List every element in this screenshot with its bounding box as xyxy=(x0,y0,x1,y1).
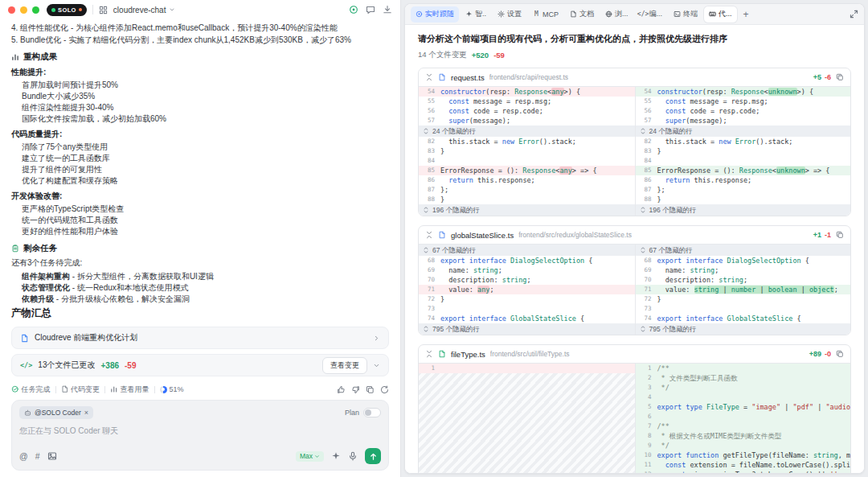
list-item: 依赖升级 - 分批升级核心依赖包，解决安全漏洞 xyxy=(22,294,389,303)
plan-toggle[interactable] xyxy=(363,408,381,417)
mention-icon[interactable]: @ xyxy=(19,451,28,461)
usage-link[interactable]: 查看用量 xyxy=(110,384,149,395)
line-number: 10 xyxy=(636,450,655,460)
diff-body: 54constructor(resp: Response<any>) {54co… xyxy=(419,86,850,216)
code-line: /** xyxy=(655,364,851,373)
hidden-lines-half[interactable]: 196 个隐藏的行 xyxy=(635,204,851,216)
diff-cell: 84 xyxy=(635,156,851,166)
diff-card: request.tsfrontend/src/api/request.ts+5-… xyxy=(418,68,851,216)
hidden-lines-half[interactable]: 24 个隐藏的行 xyxy=(419,125,635,137)
hidden-lines-label: 24 个隐藏的行 xyxy=(432,125,476,137)
list-item: 优化了构建配置和缓存策略 xyxy=(22,175,389,187)
code-line: ErrorResponse = (): Response<unknown> =>… xyxy=(655,166,851,175)
code-line: return this.response; xyxy=(655,175,851,185)
apps-grid-icon[interactable] xyxy=(99,6,108,14)
arrow-up-icon xyxy=(369,452,378,461)
code-line: const mime = mimeType?.toLowerCase() || … xyxy=(655,470,851,473)
mic-icon[interactable] xyxy=(348,451,358,461)
diff-cell: 84 xyxy=(419,156,635,166)
copy-icon[interactable] xyxy=(836,350,844,358)
hidden-lines-half[interactable]: 795 个隐藏的行 xyxy=(635,323,851,335)
thumb-down-icon[interactable] xyxy=(351,385,360,394)
list-item: 建立了统一的工具函数库 xyxy=(22,153,389,164)
max-model-badge[interactable]: Max xyxy=(296,451,324,462)
send-button[interactable] xyxy=(365,448,381,464)
diff-list: request.tsfrontend/src/api/request.ts+5-… xyxy=(418,68,851,473)
refresh-icon[interactable] xyxy=(380,385,389,394)
sparkle-icon xyxy=(465,10,473,18)
hidden-lines-half[interactable]: 67 个隐藏的行 xyxy=(419,245,635,256)
chevron-right-icon xyxy=(373,335,380,342)
bullet-list: 更严格的TypeScript类型检查统一的代码规范和工具函数更好的组件性能和用户… xyxy=(11,204,389,237)
check-circle-icon xyxy=(11,385,19,393)
hash-icon[interactable]: # xyxy=(35,451,40,461)
hidden-lines-half[interactable]: 67 个隐藏的行 xyxy=(635,245,851,256)
diff-cell: 54constructor(resp: Response<unknown>) { xyxy=(635,87,851,97)
added-count: +5 xyxy=(813,73,821,81)
remove-agent-icon[interactable]: × xyxy=(84,409,88,417)
total-removed: -59 xyxy=(493,51,505,60)
diff-counts: +89-0 xyxy=(809,350,831,358)
minimize-window-button[interactable] xyxy=(20,6,27,14)
changes-artifact-card[interactable]: </> 13个文件已更改 +386 -59 查看变更 xyxy=(11,354,389,376)
tab-bar: 实时跟随智..设置MMCP文档浏...</>编...终端代... + xyxy=(405,4,864,25)
tab-9[interactable]: 代... xyxy=(704,6,737,23)
tab-8[interactable]: 终端 xyxy=(669,6,702,23)
section-heading-label: 重构成果 xyxy=(23,51,57,63)
view-changes-button[interactable]: 查看变更 xyxy=(322,357,367,374)
zoom-window-button[interactable] xyxy=(32,6,39,14)
new-tab-button[interactable]: + xyxy=(739,9,754,20)
thumb-up-icon[interactable] xyxy=(337,385,346,394)
sparkle-icon[interactable] xyxy=(331,451,341,461)
code-line: } xyxy=(655,146,851,156)
chevron-down-icon[interactable] xyxy=(373,362,380,369)
chat-composer[interactable]: @SOLO Coder × Plan 您正在与 SOLO Coder 聊天 @ … xyxy=(11,400,389,471)
hidden-lines-half[interactable]: 24 个隐藏的行 xyxy=(635,125,851,137)
tab-label: 浏... xyxy=(615,9,628,19)
fold-icon[interactable] xyxy=(425,350,433,358)
tab-3[interactable]: 设置 xyxy=(493,6,526,23)
window-controls[interactable] xyxy=(8,6,39,14)
tab-7[interactable]: </>编... xyxy=(635,6,668,23)
diff-cell: 85ErrorResponse = (): Response<any> => { xyxy=(419,166,635,175)
diff-cell: 70 description: string; xyxy=(635,275,851,285)
hidden-lines-half[interactable]: 196 个隐藏的行 xyxy=(419,204,635,216)
task-status[interactable]: 任务完成 xyxy=(11,384,51,395)
tab-5[interactable]: 文档 xyxy=(565,6,599,23)
diff-cell xyxy=(419,431,635,441)
expand-icon[interactable] xyxy=(850,10,858,19)
chat-sublabel: 开发体验改善: xyxy=(11,191,389,202)
copy-icon[interactable] xyxy=(366,385,375,394)
line-number: 68 xyxy=(419,256,438,265)
code-changes-link[interactable]: 代码变更 xyxy=(61,384,100,395)
message-icon[interactable] xyxy=(366,5,375,14)
fold-icon[interactable] xyxy=(425,73,433,81)
diff-cell: 4 xyxy=(635,393,851,402)
hidden-lines-half[interactable]: 795 个隐藏的行 xyxy=(419,323,635,335)
connection-status-icon[interactable] xyxy=(349,5,358,14)
chat-input[interactable]: 您正在与 SOLO Coder 聊天 xyxy=(19,426,381,448)
line-number: 2 xyxy=(636,373,655,383)
fold-icon[interactable] xyxy=(425,231,433,239)
copy-icon[interactable] xyxy=(836,231,844,239)
tab-6[interactable]: 浏... xyxy=(600,6,633,23)
diff-row: 11/** xyxy=(419,364,850,373)
copy-icon[interactable] xyxy=(836,73,844,81)
diff-row: 2 * 文件类型判断工具函数 xyxy=(419,373,850,383)
agent-chip[interactable]: @SOLO Coder × xyxy=(19,406,93,419)
terminal-icon xyxy=(674,10,681,18)
usage-percent: 51% xyxy=(170,385,184,393)
plan-artifact-card[interactable]: Cloudreve 前端重构优化计划 xyxy=(11,327,389,349)
image-icon[interactable] xyxy=(47,451,57,461)
code-line: } xyxy=(655,195,851,204)
line-number: 88 xyxy=(419,195,438,204)
project-switcher[interactable]: cloudreve-chat xyxy=(113,6,176,14)
download-icon[interactable] xyxy=(383,5,392,14)
tab-4[interactable]: MMCP xyxy=(528,7,563,21)
tab-label: 编... xyxy=(649,9,663,19)
close-window-button[interactable] xyxy=(8,6,15,14)
tab-2[interactable]: 智.. xyxy=(461,6,491,23)
tab-1[interactable]: 实时跟随 xyxy=(411,6,459,23)
chevron-down-icon xyxy=(169,6,175,13)
list-item: 统一的代码规范和工具函数 xyxy=(22,215,389,226)
